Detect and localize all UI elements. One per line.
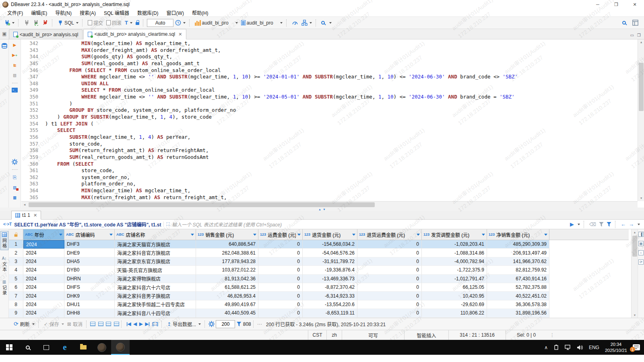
cell[interactable]: 2024 — [23, 275, 64, 283]
cell[interactable]: 0 — [258, 283, 303, 292]
delete-row-icon[interactable] — [106, 322, 111, 326]
side-tab-record[interactable]: ▥ 记录 — [1, 278, 8, 297]
cell[interactable]: 0 — [357, 292, 422, 300]
custom-filter-icon[interactable] — [599, 222, 604, 227]
cell[interactable]: DHE9 — [64, 249, 115, 257]
code-line[interactable]: store_code, — [45, 167, 637, 174]
row-count-funnel-icon[interactable] — [237, 322, 242, 327]
row-number-header[interactable] — [9, 229, 23, 240]
code-line[interactable]: GROUP BY store_code, system_order_no, pl… — [45, 107, 637, 114]
cell[interactable]: 0 — [258, 292, 303, 300]
row-number[interactable]: 2 — [9, 249, 23, 257]
row-number[interactable]: 4 — [9, 266, 23, 274]
status-segment[interactable]: Sel: 0 | 0 — [506, 330, 547, 340]
app-button-1[interactable] — [93, 340, 111, 355]
code-line[interactable]: SUM(return_freight_amt_t) AS returnFreig… — [45, 147, 637, 154]
cell[interactable]: 2024 — [23, 266, 64, 274]
code-area[interactable]: MIN(mgclear_time) AS mgclear_time_t, MAX… — [45, 40, 637, 201]
column-header-5[interactable]: 123运费金额 (元) — [258, 229, 303, 240]
cell[interactable]: 0 — [258, 309, 303, 317]
cell[interactable]: 0 — [258, 257, 303, 266]
filter-icon[interactable] — [607, 222, 611, 227]
column-dropdown-icon[interactable] — [417, 234, 420, 236]
cell[interactable]: 0 — [357, 275, 422, 283]
sql-editor-button[interactable]: SQL — [56, 19, 80, 27]
minimize-button[interactable]: ─ — [588, 0, 607, 9]
statusbar-more-icon[interactable]: ⋮ — [547, 330, 558, 340]
cell[interactable]: 31,898,196.56 — [487, 309, 549, 317]
cell[interactable]: DYB0 — [64, 266, 115, 274]
cell[interactable]: 天猫-英氏官方旗舰店 — [115, 266, 196, 274]
tray-expand-icon[interactable]: ∧ — [544, 345, 548, 350]
scroll-down-icon[interactable]: ▼ — [638, 195, 644, 201]
cell[interactable]: 海澜之家得物旗舰店 — [115, 275, 196, 283]
cell[interactable]: 2024 — [23, 283, 64, 292]
value-panel-icon[interactable]: ▐ — [638, 232, 644, 237]
cell[interactable]: DHFS — [64, 283, 115, 292]
editor-horizontal-scrollbar[interactable]: ◀ — [21, 201, 638, 208]
code-line[interactable]: MIN(mgclear_time) AS mgclear_time_t, — [45, 40, 637, 47]
er-diagram-button[interactable] — [300, 19, 313, 27]
filter-sql-text[interactable]: SELECT t1.perYear AS "年份", t1.store_code… — [14, 221, 161, 228]
cell[interactable]: -19,336,876.4 — [303, 266, 357, 274]
scroll-up-icon[interactable]: ▲ — [632, 229, 638, 235]
cell[interactable]: -154,568,034.2 — [303, 240, 357, 249]
code-line[interactable]: SUBSTR(mgclear_time_t, 1, 4) AS perYear, — [45, 134, 637, 141]
dbeaver-taskbar-button[interactable] — [111, 340, 130, 355]
cell[interactable]: 0 — [258, 240, 303, 249]
cell[interactable]: 640,886,547 — [196, 240, 258, 249]
calc-panel-icon[interactable]: ▦ — [638, 241, 644, 246]
output-file-icon[interactable]: ▤ — [11, 184, 19, 191]
table-row[interactable]: 82024DHU1海澜之家快手恒越二十四专卖店49,890,419.670-13… — [9, 300, 629, 309]
row-number[interactable]: 8 — [9, 300, 23, 309]
cell[interactable]: DHRN — [64, 275, 115, 283]
cell[interactable]: -6,314,923.33 — [303, 292, 357, 300]
row-number[interactable]: 9 — [9, 309, 23, 317]
code-line[interactable]: MIN(mgclear_time) AS mgclear_time_t, — [45, 187, 637, 194]
cell[interactable]: 海澜之家快手恒越二十四专卖店 — [115, 300, 196, 309]
cell[interactable]: 40,522,451.02 — [487, 292, 549, 300]
cell[interactable]: 2024 — [23, 257, 64, 266]
cell[interactable]: DHK9 — [64, 292, 115, 300]
connection-selector[interactable]: audit_bi_pro — [194, 19, 239, 27]
save-button[interactable]: ✓ 保存 — [42, 320, 66, 328]
taskbar-search-button[interactable] — [19, 340, 37, 355]
menu-item[interactable]: SQL 编辑器 — [100, 9, 133, 17]
start-button[interactable] — [0, 340, 19, 355]
cell[interactable]: 0 — [357, 309, 422, 317]
speaker-tray-icon[interactable] — [577, 345, 583, 350]
code-line[interactable]: store_code, — [45, 141, 637, 148]
cell[interactable]: 海澜之家京东官方旗舰店 — [115, 257, 196, 266]
scroll-down-icon[interactable]: ▼ — [632, 312, 638, 318]
rollback-button[interactable]: 回滚 — [105, 19, 123, 27]
cell[interactable]: 海澜之家抖音八十四号店 — [115, 309, 196, 317]
cell[interactable]: 0 — [357, 266, 422, 274]
close-results-icon[interactable]: ✕ — [33, 213, 37, 218]
cell[interactable]: -1,012,791.47 — [422, 275, 487, 283]
cell[interactable]: 0 — [357, 257, 422, 266]
network-tray-icon[interactable] — [565, 345, 571, 350]
cell[interactable]: -4,000,782.94 — [422, 257, 487, 266]
execute-new-tab-icon[interactable]: ▶+ — [11, 52, 19, 58]
cell[interactable]: 0 — [357, 283, 422, 292]
cell[interactable]: 10,420.95 — [422, 292, 487, 300]
export-result-icon[interactable]: ⎘ — [11, 174, 19, 181]
usb-tray-icon[interactable] — [553, 345, 559, 350]
quick-search-icon[interactable] — [622, 21, 626, 25]
side-tab-grid[interactable]: 网格 — [0, 231, 8, 250]
disconnect-button[interactable] — [41, 19, 50, 27]
cell[interactable]: -1,088,314.86 — [422, 249, 487, 257]
cell[interactable]: 110,806.22 — [422, 309, 487, 317]
table-row[interactable]: 42024DYB0天猫-英氏官方旗舰店103,872,012.220-19,33… — [9, 266, 629, 274]
table-row[interactable]: 62024DHFS海澜之家抖音六十六号店61,588,621.250-8,872… — [9, 283, 629, 292]
collapse-up-icon[interactable]: ▲ — [318, 208, 321, 211]
code-line[interactable]: MAX(return_freight_amt) AS return_freigh… — [45, 194, 637, 201]
row-number[interactable]: 3 — [9, 257, 23, 266]
status-segment[interactable]: 可写 — [342, 330, 404, 340]
fetch-all-icon[interactable]: [⛶] — [151, 321, 159, 327]
code-line[interactable]: SELECT * FROM custom_online_sale_order_l… — [45, 87, 637, 94]
restore-panel-icon[interactable]: ▣ — [0, 29, 9, 39]
column-dropdown-icon[interactable] — [59, 234, 62, 236]
search-button[interactable] — [320, 20, 333, 25]
cell[interactable]: 81,913,042.36 — [196, 275, 258, 283]
